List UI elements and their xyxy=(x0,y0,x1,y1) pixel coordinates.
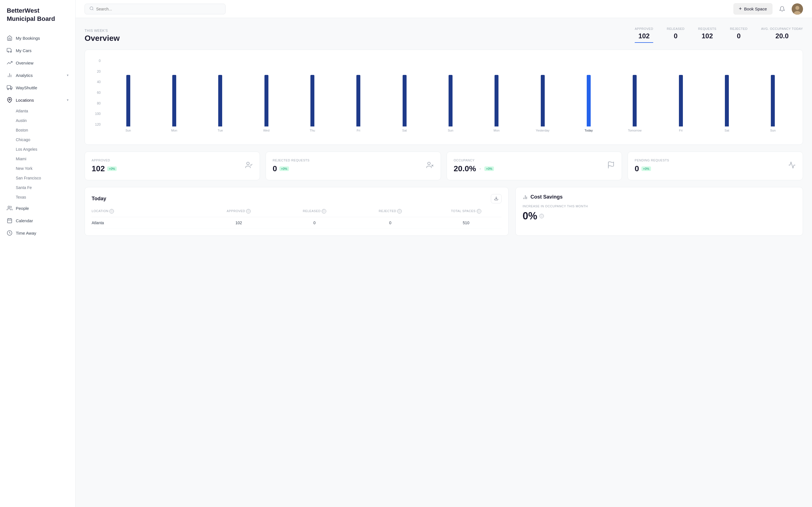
sidebar-item-my-bookings[interactable]: My Bookings xyxy=(0,32,75,44)
card-approved-value: 102 xyxy=(92,164,105,173)
info-icon-rejected[interactable]: ⓘ xyxy=(397,209,402,214)
location-item-atlanta[interactable]: Atlanta xyxy=(0,106,75,116)
bar-group-1 xyxy=(151,59,197,126)
card-pending: PENDING REQUESTS 0 +0% xyxy=(627,152,803,180)
location-item-miami[interactable]: Miami xyxy=(0,154,75,164)
activity-icon xyxy=(788,161,796,171)
y-label-40: 40 xyxy=(92,80,103,84)
stat-rejected-label: REJECTED xyxy=(730,27,748,31)
sidebar-label-time-away: Time Away xyxy=(16,231,36,235)
cost-savings-title: Cost Savings xyxy=(530,194,562,200)
chart-area: 120 100 80 60 40 20 0 SunMonTueWedThuFri… xyxy=(92,59,796,138)
location-item-new-york[interactable]: New York xyxy=(0,164,75,173)
sidebar-label-calendar: Calendar xyxy=(16,218,33,223)
user-avatar[interactable] xyxy=(792,3,803,15)
sidebar-item-calendar[interactable]: Calendar xyxy=(0,214,75,227)
bar-group-13 xyxy=(704,59,750,126)
info-icon-total-spaces[interactable]: ⓘ xyxy=(477,209,481,214)
occupancy-increase-label: INCREASE IN OCCUPANCY THIS MONTH xyxy=(522,205,796,208)
bar-0 xyxy=(126,75,130,126)
location-item-texas[interactable]: Texas xyxy=(0,192,75,202)
sidebar-item-locations[interactable]: Locations ▾ xyxy=(0,94,75,106)
card-approved-left: APPROVED 102 +0% xyxy=(92,159,117,173)
book-space-label: Book Space xyxy=(744,6,767,11)
location-item-boston[interactable]: Boston xyxy=(0,125,75,135)
card-occupancy-value: 20.0% xyxy=(454,164,476,173)
car-icon xyxy=(7,48,12,53)
location-item-santa-fe[interactable]: Santa Fe xyxy=(0,183,75,192)
notification-button[interactable] xyxy=(777,4,787,14)
x-label-2: Tue xyxy=(197,129,243,132)
bar-group-4 xyxy=(289,59,335,126)
map-pin-icon xyxy=(7,97,12,103)
x-label-14: Sun xyxy=(750,129,796,132)
svg-line-16 xyxy=(93,9,93,10)
card-rejected: REJECTED REQUESTS 0 +0% xyxy=(266,152,441,180)
location-item-austin[interactable]: Austin xyxy=(0,116,75,125)
location-item-san-francisco[interactable]: San Francisco xyxy=(0,173,75,183)
svg-point-8 xyxy=(9,99,10,100)
cards-row: APPROVED 102 +0% REJECTED REQUESTS 0 +0% xyxy=(85,152,803,180)
card-rejected-left: REJECTED REQUESTS 0 +0% xyxy=(273,159,310,173)
search-input[interactable] xyxy=(96,7,221,11)
sidebar-item-people[interactable]: People xyxy=(0,202,75,214)
sidebar-item-analytics[interactable]: Analytics ▾ xyxy=(0,69,75,81)
card-pending-value: 0 xyxy=(635,164,639,173)
bar-group-9 xyxy=(520,59,566,126)
th-released: RELEASED ⓘ xyxy=(279,209,350,214)
location-item-chicago[interactable]: Chicago xyxy=(0,135,75,145)
main-content: + Book Space THIS WEEK'S Overview xyxy=(75,0,812,507)
x-label-1: Mon xyxy=(151,129,197,132)
stat-requests-value: 102 xyxy=(698,32,716,40)
card-rejected-value-row: 0 +0% xyxy=(273,164,310,173)
overview-header: THIS WEEK'S Overview APPROVED 102 RELEAS… xyxy=(85,27,803,43)
info-icon-released[interactable]: ⓘ xyxy=(322,209,326,214)
sidebar: BetterWest Municipal Board My Bookings M… xyxy=(0,0,75,507)
x-label-12: Fri xyxy=(658,129,704,132)
sidebar-item-time-away[interactable]: Time Away xyxy=(0,227,75,239)
svg-point-18 xyxy=(795,6,799,10)
card-occupancy-label: OCCUPANCY xyxy=(454,159,494,162)
app-logo: BetterWest Municipal Board xyxy=(0,7,75,32)
person-check-icon xyxy=(245,161,253,171)
bus-icon xyxy=(7,85,12,91)
sidebar-item-my-cars[interactable]: My Cars xyxy=(0,44,75,57)
download-button[interactable] xyxy=(491,194,502,203)
y-label-100: 100 xyxy=(92,112,103,116)
stat-released-value: 0 xyxy=(667,32,684,40)
search-wrapper[interactable] xyxy=(85,4,225,14)
stat-released-label: RELEASED xyxy=(667,27,684,31)
today-title: Today xyxy=(92,196,106,202)
card-pending-label: PENDING REQUESTS xyxy=(635,159,669,162)
stat-approved: APPROVED 102 xyxy=(635,27,653,43)
chevron-down-icon: ▾ xyxy=(67,73,68,77)
svg-point-7 xyxy=(10,89,11,90)
sidebar-item-wayshuttle[interactable]: WayShuttle xyxy=(0,81,75,94)
book-space-button[interactable]: + Book Space xyxy=(733,3,772,15)
cost-savings-header: Cost Savings xyxy=(522,194,796,200)
svg-point-1 xyxy=(10,51,11,52)
card-occupancy-left: OCCUPANCY 20.0% - +0% xyxy=(454,159,494,173)
bottom-row: Today LOCATION ⓘ APPROVED ⓘ RELEASED ⓘ xyxy=(85,187,803,236)
stat-avg-occupancy-label: AVG. OCCUPANCY TODAY xyxy=(761,27,803,31)
sidebar-item-overview[interactable]: Overview xyxy=(0,57,75,69)
info-icon-occupancy-increase[interactable]: ⓘ xyxy=(539,214,544,218)
stat-released: RELEASED 0 xyxy=(667,27,684,43)
bar-9 xyxy=(541,75,545,126)
info-icon-approved[interactable]: ⓘ xyxy=(246,209,251,214)
info-icon-location[interactable]: ⓘ xyxy=(109,209,114,214)
x-label-4: Thu xyxy=(289,129,335,132)
card-approved: APPROVED 102 +0% xyxy=(85,152,260,180)
card-rejected-value: 0 xyxy=(273,164,277,173)
card-rejected-label: REJECTED REQUESTS xyxy=(273,159,310,162)
x-label-10: Today xyxy=(566,129,612,132)
stat-requests-label: REQUESTS xyxy=(698,27,716,31)
bar-8 xyxy=(495,75,499,126)
svg-point-20 xyxy=(247,162,249,165)
location-item-los-angeles[interactable]: Los Angeles xyxy=(0,145,75,154)
x-label-7: Sun xyxy=(427,129,473,132)
bar-1 xyxy=(172,75,176,126)
bar-group-5 xyxy=(336,59,382,126)
chart-bars-wrapper: SunMonTueWedThuFriSatSunMonYesterdayToda… xyxy=(105,59,796,138)
x-label-6: Sat xyxy=(382,129,427,132)
